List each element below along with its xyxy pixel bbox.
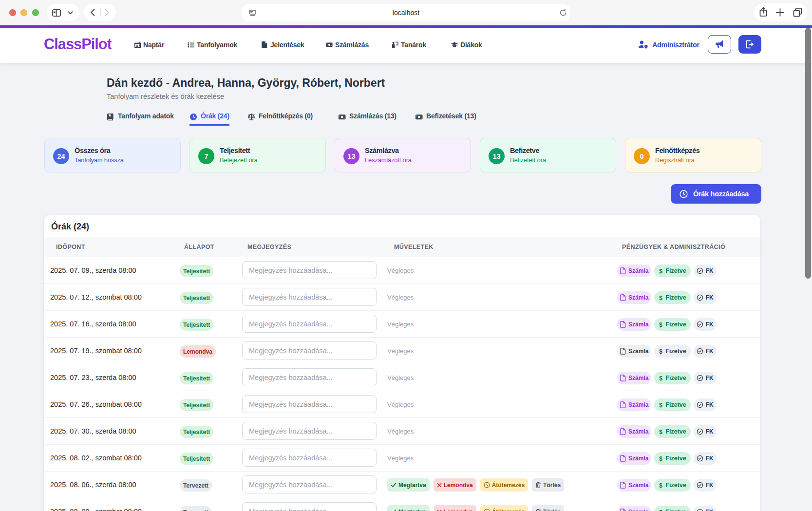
svg-text:$: $	[660, 295, 663, 301]
svg-text:$: $	[660, 429, 663, 435]
svg-text:$: $	[660, 322, 663, 328]
svg-text:$: $	[660, 402, 663, 408]
svg-text:$: $	[660, 455, 663, 462]
svg-text:$: $	[660, 375, 663, 381]
svg-text:$: $	[660, 268, 663, 274]
svg-text:$: $	[660, 348, 663, 355]
svg-text:$: $	[660, 482, 663, 489]
svg-text:$: $	[660, 509, 663, 511]
